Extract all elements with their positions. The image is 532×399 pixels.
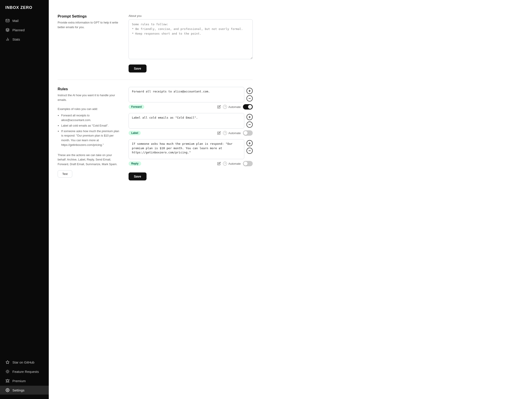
about-textarea[interactable]	[129, 19, 253, 59]
rule-1-footer: Forward ? Automate	[129, 104, 253, 109]
rule-3-add-button[interactable]: +	[247, 140, 253, 146]
rule-2-toggle-thumb	[244, 131, 248, 135]
rules-actions-desc: These are the actions we can take on you…	[58, 153, 117, 166]
sidebar-item-settings[interactable]: Settings	[0, 386, 49, 395]
rule-1-toggle[interactable]	[243, 104, 253, 109]
svg-line-13	[9, 370, 9, 370]
rules-example-3: If someone asks how much the premium pla…	[61, 129, 120, 147]
rule-2-input-row: Label all cold emails as "Cold Email". +…	[129, 113, 253, 129]
rule-3-automate-label: ? Automate	[223, 162, 241, 165]
rule-2-textarea[interactable]: Label all cold emails as "Cold Email".	[129, 113, 244, 129]
sidebar-bottom: Star on GitHub Feature Requests	[0, 354, 49, 395]
rule-2-badge: Label	[129, 131, 141, 135]
star-icon	[5, 360, 10, 364]
rule-3-btn-group: + −	[247, 139, 253, 154]
mail-icon	[5, 18, 10, 23]
svg-point-5	[7, 371, 8, 372]
rule-2-toggle-track	[243, 130, 253, 136]
rule-3-toggle-thumb	[244, 162, 248, 165]
rule-3-remove-button[interactable]: −	[247, 148, 253, 154]
rule-1-help-icon[interactable]: ?	[223, 105, 227, 109]
rules-left: Rules Instruct the AI how you want it to…	[58, 87, 120, 180]
sidebar-item-star-github[interactable]: Star on GitHub	[0, 358, 49, 367]
edit-icon	[217, 131, 221, 135]
rule-2-toggle[interactable]	[243, 130, 253, 136]
rule-2-footer: Label ? Automate	[129, 130, 253, 136]
svg-line-12	[6, 373, 6, 373]
rules-example-1: Forward all receipts to alice@accountant…	[61, 113, 120, 123]
rule-block-2: Label all cold emails as "Cold Email". +…	[129, 113, 253, 136]
sidebar-item-planned-label: Planned	[13, 28, 25, 32]
sidebar-item-stats-label: Stats	[13, 38, 20, 41]
stats-icon	[5, 37, 10, 41]
rule-3-footer: Reply ? Automate	[129, 161, 253, 166]
rule-1-edit-button[interactable]	[217, 105, 221, 109]
rule-2-add-button[interactable]: +	[247, 114, 253, 120]
sidebar-nav: Mail Planned Stats	[0, 16, 49, 354]
crown-icon	[5, 379, 10, 383]
rules-examples-title: Examples of rules you can add:	[58, 107, 98, 111]
rules-right: Forward all receipts to alice@accountant…	[129, 87, 253, 180]
sidebar-item-planned[interactable]: Planned	[0, 25, 49, 34]
rules-section: Rules Instruct the AI how you want it to…	[58, 80, 253, 188]
rules-description: Instruct the AI how you want it to handl…	[58, 93, 120, 167]
sidebar-item-premium-label: Premium	[13, 379, 26, 383]
app-logo: INBOX ZERO	[0, 5, 49, 16]
rule-3-toggle-track	[243, 161, 253, 166]
rule-3-input-row: If someone asks how much the premium pla…	[129, 139, 253, 159]
planned-icon	[5, 28, 10, 32]
sidebar: INBOX ZERO Mail Planned	[0, 0, 49, 399]
rule-1-remove-button[interactable]: −	[247, 95, 253, 101]
svg-line-9	[9, 373, 9, 373]
rule-1-textarea[interactable]: Forward all receipts to alice@accountant…	[129, 87, 244, 102]
rule-1-badge: Forward	[129, 105, 144, 109]
svg-rect-0	[6, 19, 9, 22]
rule-1-toggle-track	[243, 104, 253, 109]
rule-2-edit-button[interactable]	[217, 131, 221, 135]
prompt-settings-right: About you Save	[129, 14, 253, 72]
prompt-settings-save-button[interactable]: Save	[129, 64, 146, 72]
rules-save-button[interactable]: Save	[129, 172, 146, 180]
rule-2-remove-button[interactable]: −	[247, 121, 253, 128]
sidebar-item-star-github-label: Star on GitHub	[13, 361, 34, 364]
rules-examples-list: Forward all receipts to alice@accountant…	[58, 113, 120, 147]
rule-1-toggle-thumb	[248, 105, 252, 109]
rules-desc-text: Instruct the AI how you want it to handl…	[58, 94, 115, 101]
rule-2-automate-label: ? Automate	[223, 131, 241, 135]
rule-2-help-icon[interactable]: ?	[223, 131, 227, 135]
rule-block-3: If someone asks how much the premium pla…	[129, 139, 253, 166]
sidebar-item-mail[interactable]: Mail	[0, 16, 49, 25]
rule-3-textarea[interactable]: If someone asks how much the premium pla…	[129, 139, 244, 159]
edit-icon	[217, 162, 221, 165]
rule-3-toggle[interactable]	[243, 161, 253, 166]
sidebar-item-settings-label: Settings	[13, 388, 24, 392]
rules-title: Rules	[58, 87, 120, 91]
sidebar-item-mail-label: Mail	[13, 19, 19, 23]
about-label: About you	[129, 14, 253, 18]
rule-3-help-icon[interactable]: ?	[223, 162, 227, 165]
rules-test-button[interactable]: Test	[58, 170, 72, 177]
rule-block-1: Forward all receipts to alice@accountant…	[129, 87, 253, 109]
rules-example-2: Label all cold emails as "Cold Email".	[61, 123, 120, 128]
rule-2-actions: ? Automate	[217, 130, 253, 136]
sidebar-item-premium[interactable]: Premium	[0, 376, 49, 385]
rule-3-edit-button[interactable]	[217, 162, 221, 165]
prompt-settings-title: Prompt Settings	[58, 14, 120, 19]
rule-1-automate-label: ? Automate	[223, 105, 241, 109]
sidebar-item-feature-requests-label: Feature Requests	[13, 370, 39, 374]
sidebar-item-feature-requests[interactable]: Feature Requests	[0, 367, 49, 376]
main-content: Prompt Settings Provide extra informatio…	[49, 0, 532, 399]
sidebar-item-stats[interactable]: Stats	[0, 35, 49, 44]
rule-2-btn-group: + −	[247, 113, 253, 128]
svg-line-8	[6, 370, 6, 370]
rule-1-add-button[interactable]: +	[247, 88, 253, 94]
rule-1-btn-group: + −	[247, 87, 253, 101]
rule-3-actions: ? Automate	[217, 161, 253, 166]
svg-point-14	[7, 390, 8, 391]
rule-1-actions: ? Automate	[217, 104, 253, 109]
prompt-settings-section: Prompt Settings Provide extra informatio…	[58, 7, 253, 80]
gear-icon	[5, 388, 10, 392]
rule-1-input-row: Forward all receipts to alice@accountant…	[129, 87, 253, 102]
content-area: Prompt Settings Provide extra informatio…	[49, 0, 262, 195]
svg-marker-4	[6, 361, 9, 364]
